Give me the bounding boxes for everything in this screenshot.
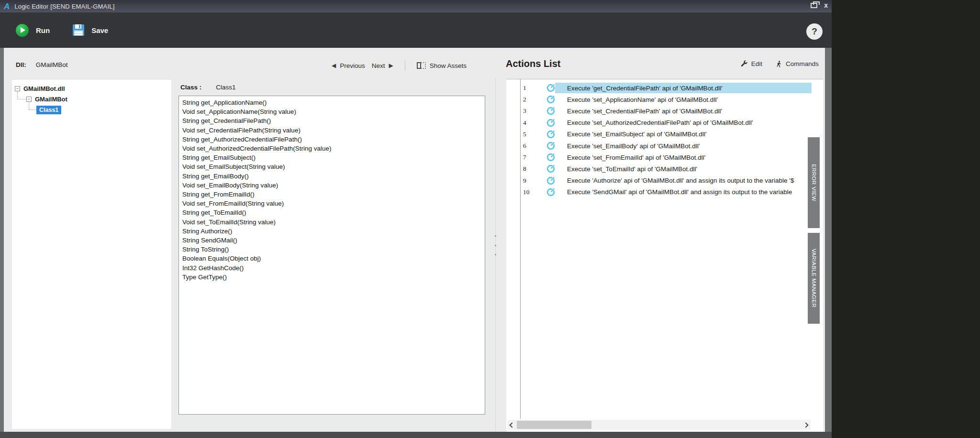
collapse-icon[interactable]: −: [15, 86, 20, 91]
window-title: Logic Editor [SEND EMAIL-GMAIL]: [14, 3, 114, 10]
titlebar: A Logic Editor [SEND EMAIL-GMAIL] x: [0, 0, 832, 12]
method-signature[interactable]: Boolean Equals(Object obj): [182, 254, 481, 263]
dll-header: Dll:GMailMBot: [16, 61, 68, 68]
running-person-icon: [775, 60, 782, 68]
show-assets-button[interactable]: Show Assets: [417, 62, 467, 69]
previous-arrow-icon: ◀: [332, 62, 336, 69]
horizontal-scrollbar[interactable]: [507, 420, 811, 430]
action-row[interactable]: 1 Execute 'get_CredentialFilePath' api o…: [506, 82, 812, 94]
execute-action-icon: [546, 118, 556, 127]
action-number: 7: [523, 153, 535, 161]
action-text: Execute 'set_CredentialFilePath' api of …: [555, 106, 812, 116]
action-row[interactable]: 3 Execute 'set_CredentialFilePath' api o…: [506, 105, 812, 117]
action-number: 10: [523, 188, 535, 196]
actions-rows: 1 Execute 'get_CredentialFilePath' api o…: [506, 82, 812, 198]
actions-list-title: Actions List: [506, 58, 560, 69]
tree-connector: [17, 99, 26, 99]
run-button[interactable]: Run: [16, 24, 50, 37]
tree-connector: [17, 92, 18, 99]
action-text: Execute 'get_CredentialFilePath' api of …: [555, 83, 812, 93]
tree-node-dll[interactable]: GMailMBot.dll: [23, 85, 65, 92]
method-signature[interactable]: Void set_CredentialFilePath(String value…: [182, 126, 481, 135]
action-number: 3: [523, 107, 535, 115]
action-text: Execute 'set_ApplicationName' api of 'GM…: [555, 94, 812, 105]
method-signature[interactable]: String get_EmailSubject(): [182, 153, 481, 162]
class-label: Class :: [180, 84, 201, 91]
tree-node-namespace[interactable]: GMailMBot: [35, 96, 67, 103]
previous-label: Previous: [340, 62, 365, 69]
splitter-grip-icon[interactable]: [494, 235, 497, 255]
action-text: Execute 'set_ToEmailId' api of 'GMailMBo…: [555, 164, 812, 174]
action-row[interactable]: 8 Execute 'set_ToEmailId' api of 'GMailM…: [506, 163, 812, 175]
method-signature[interactable]: Void set_EmailSubject(String value): [182, 162, 481, 171]
method-signature[interactable]: Void set_ToEmailId(String value): [182, 218, 481, 227]
scroll-right-icon[interactable]: [801, 421, 809, 429]
action-number: 2: [523, 96, 535, 103]
dll-label: Dll:: [16, 61, 26, 68]
close-window-icon[interactable]: x: [824, 2, 828, 9]
action-text: Execute 'set_FromEmailId' api of 'GMailM…: [555, 152, 812, 163]
method-signature[interactable]: String ToString(): [182, 245, 481, 254]
scrollbar-thumb[interactable]: [517, 421, 591, 429]
restore-window-icon[interactable]: [811, 3, 817, 8]
method-signature[interactable]: Void set_FromEmailId(String value): [182, 199, 481, 208]
next-button[interactable]: Next ▶: [372, 62, 393, 69]
show-assets-label: Show Assets: [430, 62, 467, 69]
scroll-left-icon[interactable]: [507, 421, 515, 429]
method-signature[interactable]: String get_ApplicationName(): [182, 98, 481, 107]
action-row[interactable]: 9 Execute 'Authorize' api of 'GMailMBot.…: [506, 175, 812, 186]
execute-action-icon: [546, 141, 556, 150]
logic-editor-window: A Logic Editor [SEND EMAIL-GMAIL] x Run …: [0, 0, 832, 438]
toolbar: Run Save ?: [0, 12, 832, 48]
execute-action-icon: [546, 83, 556, 92]
method-signature[interactable]: Type GetType(): [182, 273, 481, 282]
tab-error-view[interactable]: ERROR VIEW: [808, 137, 820, 228]
app-logo-icon: A: [4, 2, 10, 11]
save-floppy-icon: [73, 24, 84, 36]
method-signature[interactable]: Void set_AuthorizedCredentialFilePath(St…: [182, 144, 481, 153]
nav-divider: [405, 60, 405, 71]
dll-value: GMailMBot: [36, 61, 68, 68]
execute-action-icon: [546, 130, 556, 139]
action-number: 1: [523, 84, 535, 92]
method-signature[interactable]: String get_AuthorizedCredentialFilePath(…: [182, 135, 481, 144]
help-button[interactable]: ?: [806, 23, 823, 40]
action-text: Execute 'SendGMail' api of 'GMailMBot.dl…: [555, 187, 812, 197]
action-text: Execute 'Authorize' api of 'GMailMBot.dl…: [555, 175, 812, 186]
wrench-icon: [740, 60, 748, 68]
next-arrow-icon: ▶: [389, 62, 393, 69]
action-row[interactable]: 7 Execute 'set_FromEmailId' api of 'GMai…: [506, 152, 812, 163]
method-signature[interactable]: Int32 GetHashCode(): [182, 263, 481, 273]
show-assets-icon: [417, 62, 426, 69]
collapse-icon[interactable]: −: [26, 97, 32, 102]
class-value: Class1: [216, 84, 235, 91]
execute-action-icon: [546, 187, 556, 197]
action-row[interactable]: 6 Execute 'set_EmailBody' api of 'GMailM…: [506, 140, 812, 152]
dll-tree-panel: − GMailMBot.dll − GMailMBot Class1: [12, 80, 171, 429]
method-signature[interactable]: String get_EmailBody(): [182, 172, 481, 181]
action-number: 5: [523, 131, 535, 138]
execute-action-icon: [546, 164, 556, 173]
commands-button[interactable]: Commands: [775, 60, 819, 68]
tree-node-class-selected[interactable]: Class1: [36, 106, 61, 114]
method-signature[interactable]: String get_FromEmailId(): [182, 190, 481, 199]
method-signature[interactable]: Void set_EmailBody(String value): [182, 181, 481, 190]
action-row[interactable]: 2 Execute 'set_ApplicationName' api of '…: [506, 94, 812, 105]
previous-button[interactable]: ◀ Previous: [332, 62, 365, 69]
execute-action-icon: [546, 153, 556, 162]
method-signature[interactable]: String Authorize(): [182, 227, 481, 236]
method-signature[interactable]: String get_ToEmailId(): [182, 208, 481, 217]
method-signature[interactable]: String SendGMail(): [182, 236, 481, 245]
action-row[interactable]: 4 Execute 'set_AuthorizedCredentialFileP…: [506, 117, 812, 129]
method-signature[interactable]: String get_CredentialFilePath(): [182, 116, 481, 125]
commands-label: Commands: [786, 60, 819, 67]
method-signature[interactable]: Void set_ApplicationName(String value): [182, 107, 481, 116]
action-text: Execute 'set_EmailSubject' api of 'GMail…: [555, 129, 812, 140]
action-row[interactable]: 10 Execute 'SendGMail' api of 'GMailMBot…: [506, 186, 812, 198]
action-number: 9: [523, 177, 535, 185]
action-row[interactable]: 5 Execute 'set_EmailSubject' api of 'GMa…: [506, 129, 812, 140]
edit-button[interactable]: Edit: [740, 60, 762, 68]
tab-variable-manager[interactable]: VARIABLE MANAGER: [808, 233, 820, 324]
window-bottom-border: [0, 432, 832, 438]
save-button[interactable]: Save: [73, 24, 108, 36]
